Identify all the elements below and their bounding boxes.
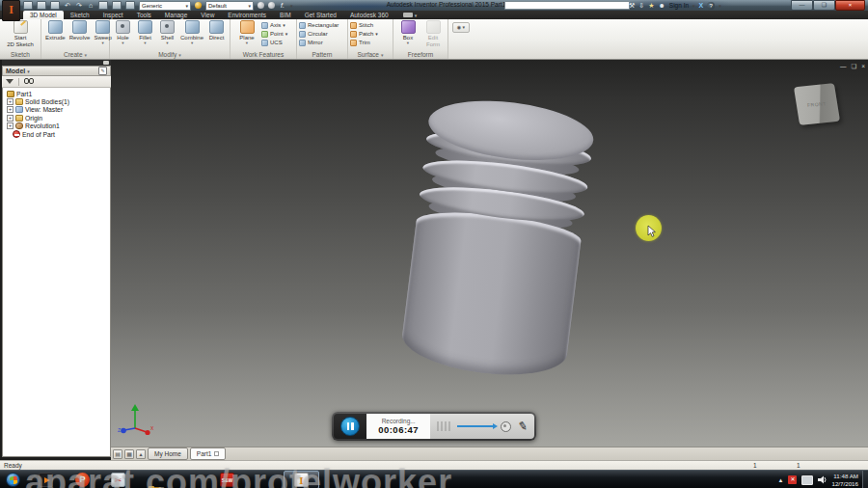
taskbar-sw-app-icon[interactable]: S&W [220, 473, 234, 487]
tab-scroll-up-icon[interactable]: ▴ [136, 449, 146, 459]
freeform-box-button[interactable]: Box ▾ [395, 20, 420, 45]
expand-plus-icon[interactable]: + [7, 98, 14, 105]
restore-button[interactable]: ❏ [813, 0, 835, 11]
minimize-button[interactable]: — [791, 0, 813, 11]
tree-item-revolution[interactable]: + Revolution1 [3, 122, 110, 130]
tree-item-solid-bodies[interactable]: + Solid Bodies(1) [3, 97, 110, 105]
favorites-star-icon[interactable]: ★ [648, 1, 654, 10]
taskbar-inventor-icon[interactable]: I [294, 473, 309, 487]
filter-funnel-icon[interactable] [6, 79, 14, 84]
trim-button[interactable]: Trim [350, 39, 378, 46]
tile-windows-icon[interactable]: ▦ [124, 449, 134, 459]
search-tools-icon[interactable]: ⚒ [629, 1, 635, 10]
tab-close-icon[interactable] [214, 451, 219, 456]
expand-plus-icon[interactable]: + [7, 115, 14, 122]
start-2d-sketch-button[interactable]: Start 2D Sketch [2, 20, 39, 47]
model-viewport[interactable]: — ❏ × FRONT [111, 60, 868, 447]
panel-label-modify[interactable]: Modify▾ [110, 50, 230, 59]
material-ball-icon[interactable] [195, 2, 202, 9]
parameters-fx-icon[interactable]: f. [279, 2, 286, 10]
tab-get-started[interactable]: Get Started [298, 11, 343, 19]
inventor-logo[interactable]: I [2, 0, 20, 21]
axis-button[interactable]: Axis ▾ [261, 21, 287, 29]
show-desktop-button[interactable] [862, 471, 868, 488]
action-center-icon[interactable]: ✕ [788, 475, 797, 484]
undo-icon[interactable]: ↶ [64, 2, 71, 10]
tree-item-origin[interactable]: + Origin [3, 114, 110, 122]
signin-person-icon[interactable]: ☻ [658, 1, 665, 10]
tree-item-view-master[interactable]: + View: Master [3, 106, 110, 114]
pause-button[interactable] [340, 417, 360, 436]
volume-slider[interactable] [457, 425, 494, 427]
panel-label-create[interactable]: Create▾ [41, 50, 109, 59]
tab-autodesk-360[interactable]: Autodesk 360 [343, 11, 395, 19]
sign-in-button[interactable]: Sign In [669, 2, 689, 9]
taskbar-media-player-icon[interactable] [39, 473, 53, 487]
tab-part1[interactable]: Part1 [190, 447, 227, 460]
update-icon[interactable] [125, 1, 135, 10]
webcam-icon[interactable] [501, 421, 511, 432]
fillet-button[interactable]: Fillet ▾ [134, 20, 156, 45]
chevron-down-icon[interactable]: ▾ [415, 13, 418, 18]
exchange-apps-icon[interactable]: X [699, 1, 704, 10]
open-icon[interactable] [37, 1, 46, 10]
annotate-pencil-icon[interactable]: ✎ [517, 420, 529, 433]
help-chevron-icon[interactable]: ▾ [719, 3, 721, 9]
point-button[interactable]: Point ▾ [261, 30, 287, 38]
exchange-arrow-icon[interactable]: ⇩ [638, 1, 644, 10]
close-button[interactable]: × [835, 0, 865, 11]
combine-button[interactable]: Combine ▾ [178, 20, 205, 45]
doc-minimize-icon[interactable]: — [840, 63, 847, 69]
redo-icon[interactable]: ↷ [75, 2, 83, 10]
view-cube[interactable]: FRONT [794, 83, 840, 125]
mirror-button[interactable]: Mirror [299, 39, 339, 46]
tab-sketch[interactable]: Sketch [64, 11, 96, 19]
direct-button[interactable]: Direct [205, 20, 228, 41]
arrange-windows-icon[interactable]: ▤ [113, 449, 122, 459]
shell-button[interactable]: Shell ▾ [156, 20, 178, 45]
search-input[interactable] [504, 1, 630, 10]
extrude-button[interactable]: Extrude [43, 20, 68, 41]
ribbon-overflow-button[interactable]: ◉ ▾ [452, 22, 470, 33]
home-icon[interactable]: ⌂ [87, 2, 95, 10]
screencast-camera-icon[interactable] [403, 13, 413, 17]
tray-expand-icon[interactable]: ▲ [778, 477, 784, 483]
tree-item-end-of-part[interactable]: End of Part [3, 130, 110, 138]
panel-options-icon[interactable] [103, 61, 109, 65]
clear-appearance-icon[interactable] [268, 2, 275, 9]
new-file-icon[interactable] [23, 1, 33, 10]
circular-pattern-button[interactable]: Circular [299, 30, 339, 38]
tab-manage[interactable]: Manage [158, 11, 195, 19]
doc-restore-icon[interactable]: ❏ [851, 63, 856, 69]
tab-view[interactable]: View [194, 11, 221, 19]
browser-header[interactable]: Model ▾ ✎ [2, 66, 111, 76]
volume-icon[interactable] [818, 475, 827, 484]
ucs-button[interactable]: UCS [261, 39, 287, 46]
tab-3d-model[interactable]: 3D Model [23, 11, 64, 19]
tab-tools[interactable]: Tools [130, 11, 158, 19]
adjust-appearance-icon[interactable] [258, 2, 264, 9]
panel-label-surface[interactable]: Surface▾ [348, 50, 393, 59]
tab-bim[interactable]: BIM [273, 11, 298, 19]
measure-icon[interactable] [112, 1, 122, 10]
chevron-down-icon[interactable]: ▾ [692, 3, 695, 9]
help-icon[interactable]: ? [707, 2, 715, 10]
taskbar-aparat-icon[interactable]: P [75, 473, 90, 487]
search-binoculars-icon[interactable] [24, 78, 34, 85]
material-dropdown[interactable]: Generic ▾ [139, 1, 191, 11]
tree-item-part[interactable]: Part1 [3, 90, 110, 97]
tab-environments[interactable]: Environments [221, 11, 273, 19]
tab-inspect[interactable]: Inspect [96, 11, 130, 19]
network-icon[interactable] [801, 475, 813, 485]
render-icon[interactable] [98, 1, 108, 10]
browser-help-icon[interactable]: ✎ [98, 67, 107, 75]
revolve-button[interactable]: Revolve [68, 20, 93, 41]
appearance-dropdown[interactable]: Default ▾ [205, 1, 254, 11]
start-button[interactable] [6, 473, 20, 487]
patch-button[interactable]: Patch ▾ [350, 30, 378, 38]
hole-button[interactable]: Hole ▾ [112, 20, 134, 45]
expand-plus-icon[interactable]: + [7, 106, 14, 113]
doc-close-icon[interactable]: × [861, 63, 865, 69]
stitch-button[interactable]: Stitch [350, 21, 378, 29]
save-icon[interactable] [50, 1, 60, 10]
